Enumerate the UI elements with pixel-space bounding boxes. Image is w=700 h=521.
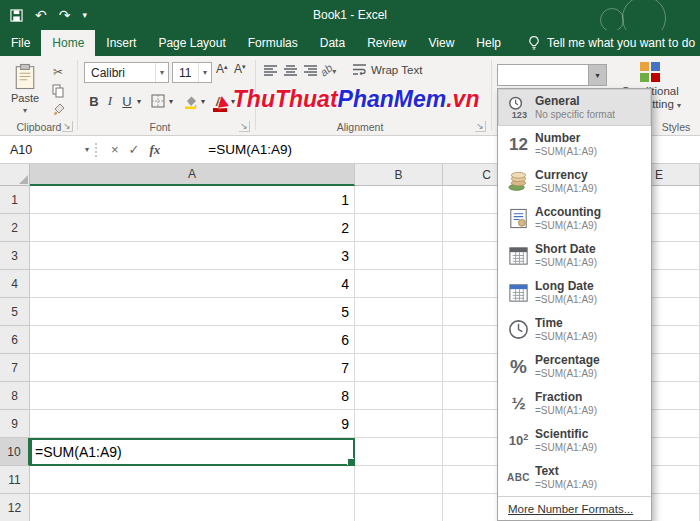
cell-a10[interactable]: =SUM(A1:A9) xyxy=(30,438,355,466)
option-label: Fraction xyxy=(535,390,597,405)
decrease-font-size-button[interactable]: A▾ xyxy=(234,62,246,83)
cell-b8[interactable] xyxy=(355,382,443,410)
row-header-8[interactable]: 8 xyxy=(0,382,30,410)
fill-color-dropdown-icon[interactable]: ▾ xyxy=(198,90,208,112)
long-date-icon xyxy=(502,281,535,304)
titlebar-decoration-circle xyxy=(600,8,624,30)
italic-button[interactable]: I xyxy=(104,90,116,112)
row-header-12[interactable]: 12 xyxy=(0,494,30,521)
option-text: GeneralNo specific format xyxy=(535,94,615,122)
number-format-option-scientific[interactable]: 102Scientific=SUM(A1:A9) xyxy=(498,422,651,459)
cell-b7[interactable] xyxy=(355,354,443,382)
cell-a1[interactable]: 1 xyxy=(30,186,355,214)
tab-page-layout[interactable]: Page Layout xyxy=(147,30,236,56)
row-header-2[interactable]: 2 xyxy=(0,214,30,242)
cell-a3[interactable]: 3 xyxy=(30,242,355,270)
alignment-dialog-launcher-icon[interactable]: ↘ xyxy=(475,121,486,132)
row-header-6[interactable]: 6 xyxy=(0,326,30,354)
font-name-combo[interactable]: Calibri ▾ xyxy=(84,62,169,83)
cell-b12[interactable] xyxy=(355,494,443,521)
select-all-corner[interactable] xyxy=(0,164,30,186)
bottom-align-icon[interactable] xyxy=(303,64,321,80)
cell-b9[interactable] xyxy=(355,410,443,438)
orientation-icon[interactable]: ab▾ xyxy=(320,64,336,76)
cell-a12[interactable] xyxy=(30,494,355,521)
increase-font-size-button[interactable]: A▴ xyxy=(216,62,228,83)
row-header-11[interactable]: 11 xyxy=(0,466,30,494)
fill-color-icon[interactable] xyxy=(182,90,198,112)
name-box[interactable]: A10 ▾ xyxy=(0,136,95,163)
watermark: ▲ThuThuatPhanMem.vn xyxy=(213,86,479,113)
tab-insert[interactable]: Insert xyxy=(95,30,147,56)
clipboard-dialog-launcher-icon[interactable]: ↘ xyxy=(62,121,73,132)
cancel-entry-icon[interactable]: × xyxy=(111,143,119,156)
row-header-1[interactable]: 1 xyxy=(0,186,30,214)
row-header-9[interactable]: 9 xyxy=(0,410,30,438)
number-format-option-accounting[interactable]: Accounting=SUM(A1:A9) xyxy=(498,200,651,237)
format-painter-icon[interactable] xyxy=(48,101,68,118)
cell-b2[interactable] xyxy=(355,214,443,242)
tab-view[interactable]: View xyxy=(418,30,466,56)
number-format-option-fraction[interactable]: ½Fraction=SUM(A1:A9) xyxy=(498,385,651,422)
underline-dropdown-icon[interactable]: ▾ xyxy=(134,90,144,112)
cell-a8[interactable]: 8 xyxy=(30,382,355,410)
cell-b6[interactable] xyxy=(355,326,443,354)
underline-button[interactable]: U xyxy=(120,90,134,112)
number-format-option-time[interactable]: Time=SUM(A1:A9) xyxy=(498,311,651,348)
number-format-option-general[interactable]: 123GeneralNo specific format xyxy=(498,89,651,126)
number-format-option-number[interactable]: 12Number=SUM(A1:A9) xyxy=(498,126,651,163)
font-dialog-launcher-icon[interactable]: ↘ xyxy=(239,121,250,132)
cell-b11[interactable] xyxy=(355,466,443,494)
row-header-3[interactable]: 3 xyxy=(0,242,30,270)
number-format-option-percentage[interactable]: %Percentage=SUM(A1:A9) xyxy=(498,348,651,385)
tab-help[interactable]: Help xyxy=(465,30,512,56)
copy-icon[interactable] xyxy=(48,82,68,99)
confirm-entry-icon[interactable]: ✓ xyxy=(129,143,140,156)
cell-a5[interactable]: 5 xyxy=(30,298,355,326)
name-box-dropdown-icon[interactable]: ▾ xyxy=(85,145,95,154)
top-align-icon[interactable] xyxy=(263,64,281,80)
number-format-option-long-date[interactable]: Long Date=SUM(A1:A9) xyxy=(498,274,651,311)
tab-formulas[interactable]: Formulas xyxy=(237,30,309,56)
cell-a2[interactable]: 2 xyxy=(30,214,355,242)
tell-me-box[interactable]: Tell me what you want to do xyxy=(528,30,695,56)
borders-icon[interactable] xyxy=(150,90,166,112)
wrap-text-button[interactable]: Wrap Text xyxy=(352,63,422,76)
paste-button[interactable]: Paste ▾ xyxy=(6,62,44,124)
tab-home[interactable]: Home xyxy=(41,30,95,56)
cut-icon[interactable]: ✂ xyxy=(48,63,68,80)
cell-a11[interactable] xyxy=(30,466,355,494)
row-header-10[interactable]: 10 xyxy=(0,438,30,466)
cell-a6[interactable]: 6 xyxy=(30,326,355,354)
formula-input[interactable]: =SUM(A1:A9) xyxy=(208,136,292,163)
option-sub: =SUM(A1:A9) xyxy=(535,331,597,344)
option-sub: =SUM(A1:A9) xyxy=(535,257,597,270)
cell-b5[interactable] xyxy=(355,298,443,326)
more-number-formats-link[interactable]: More Number Formats... xyxy=(498,496,651,520)
tab-data[interactable]: Data xyxy=(309,30,356,56)
row-header-7[interactable]: 7 xyxy=(0,354,30,382)
number-format-option-short-date[interactable]: Short Date=SUM(A1:A9) xyxy=(498,237,651,274)
cell-b3[interactable] xyxy=(355,242,443,270)
cell-a4[interactable]: 4 xyxy=(30,270,355,298)
bold-button[interactable]: B xyxy=(86,90,102,112)
cell-b4[interactable] xyxy=(355,270,443,298)
borders-dropdown-icon[interactable]: ▾ xyxy=(166,90,176,112)
row-header-4[interactable]: 4 xyxy=(0,270,30,298)
cell-b10[interactable] xyxy=(355,438,443,466)
font-size-combo[interactable]: 11 ▾ xyxy=(172,62,212,83)
number-format-option-currency[interactable]: Currency=SUM(A1:A9) xyxy=(498,163,651,200)
cell-b1[interactable] xyxy=(355,186,443,214)
cell-a7[interactable]: 7 xyxy=(30,354,355,382)
column-header-b[interactable]: B xyxy=(355,164,443,186)
tab-review[interactable]: Review xyxy=(356,30,417,56)
font-size-value: 11 xyxy=(179,66,191,80)
tab-file[interactable]: File xyxy=(0,30,41,56)
paste-label: Paste xyxy=(11,92,39,104)
number-format-option-text[interactable]: ABCText=SUM(A1:A9) xyxy=(498,459,651,496)
row-header-5[interactable]: 5 xyxy=(0,298,30,326)
insert-function-icon[interactable]: fx xyxy=(150,142,161,158)
column-header-a[interactable]: A xyxy=(30,164,355,186)
middle-align-icon[interactable] xyxy=(283,64,301,80)
cell-a9[interactable]: 9 xyxy=(30,410,355,438)
